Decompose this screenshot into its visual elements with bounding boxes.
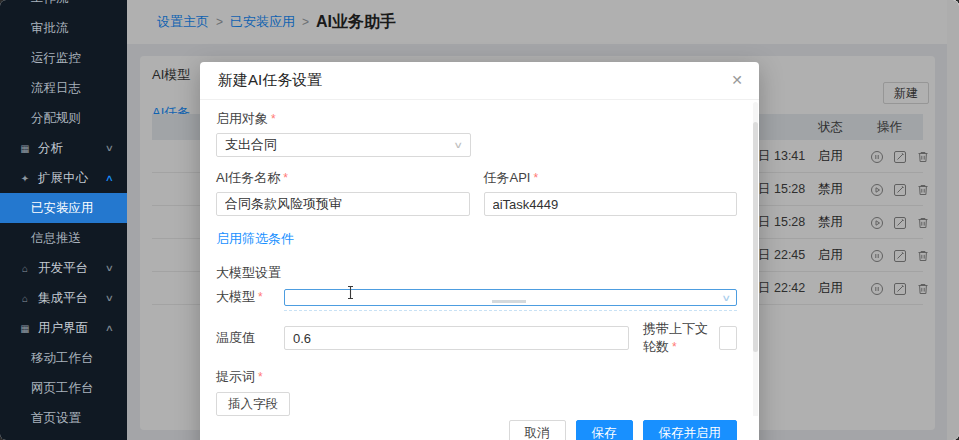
sidebar-section-analysis[interactable]: ▦ 分析 ∨	[0, 133, 127, 163]
enable-target-value: 支出合同	[225, 136, 277, 154]
sidebar-item-run-monitor[interactable]: 运行监控	[0, 43, 127, 73]
temperature-context-row: 温度值 携带上下文轮数	[216, 320, 737, 356]
close-icon[interactable]: ✕	[731, 73, 743, 87]
task-name-label: AI任务名称	[216, 169, 470, 187]
chevron-down-icon: ∨	[722, 293, 732, 303]
sidebar-item-label: 首页设置	[31, 410, 81, 427]
extension-icon: ✦	[19, 173, 31, 184]
task-name-input[interactable]	[216, 192, 470, 216]
temperature-input[interactable]	[284, 326, 629, 350]
sidebar-section-label: 开发平台	[38, 260, 88, 277]
app-window: 工作流 审批流 运行监控 流程日志 分配规则 ▦ 分析 ∨ ✦ 扩展中心 ∧ 已…	[0, 0, 959, 440]
task-name-field-group: AI任务名称	[216, 169, 470, 216]
dev-platform-icon: ⌂	[19, 263, 31, 274]
sidebar-item-assign-rules[interactable]: 分配规则	[0, 103, 127, 133]
model-label: 大模型	[216, 288, 284, 306]
text-cursor-icon	[346, 285, 355, 303]
modal-body: 启用对象 支出合同 ∨ AI任务名称 任务API 启用筛选条件 大模型设置 大模…	[200, 100, 759, 440]
sidebar-section-dev-platform[interactable]: ⌂ 开发平台 ∨	[0, 253, 127, 283]
sidebar-item-label: 网页工作台	[31, 380, 94, 397]
modal-scrollbar[interactable]	[753, 102, 758, 440]
temperature-label: 温度值	[216, 329, 284, 347]
modal-footer: 取消 保存 保存并启用	[200, 416, 759, 440]
integration-platform-icon: ⌂	[19, 293, 31, 304]
chevron-down-icon: ∨	[105, 263, 114, 273]
sidebar-item-web-workbench[interactable]: 网页工作台	[0, 373, 127, 403]
modal-title: 新建AI任务设置	[218, 71, 322, 90]
sidebar-item-workflow[interactable]: 工作流	[0, 0, 127, 13]
sidebar-item-process-log[interactable]: 流程日志	[0, 73, 127, 103]
sidebar-item-label: 运行监控	[31, 50, 81, 67]
prompt-label: 提示词	[216, 368, 737, 386]
sidebar-section-label: 分析	[38, 140, 63, 157]
task-api-input[interactable]	[484, 192, 738, 216]
enable-filter-link[interactable]: 启用筛选条件	[216, 230, 294, 248]
sidebar-section-label: 用户界面	[38, 320, 88, 337]
sidebar-item-label: 已安装应用	[31, 200, 94, 217]
sidebar-item-installed-apps[interactable]: 已安装应用	[0, 193, 127, 223]
context-rounds-label: 携带上下文轮数	[643, 320, 711, 356]
dropdown-animation-artifact	[492, 300, 526, 303]
save-and-enable-button[interactable]: 保存并启用	[643, 420, 738, 440]
sidebar-item-homepage-settings[interactable]: 首页设置	[0, 403, 127, 433]
chevron-up-icon: ∧	[105, 323, 114, 333]
sidebar-menu: 工作流 审批流 运行监控 流程日志 分配规则 ▦ 分析 ∨ ✦ 扩展中心 ∧ 已…	[0, 0, 127, 433]
sidebar-item-label: 审批流	[31, 20, 69, 37]
sidebar-item-label: 流程日志	[31, 80, 81, 97]
model-row: 大模型 ∨	[216, 288, 737, 306]
sidebar-item-message-push[interactable]: 信息推送	[0, 223, 127, 253]
dropdown-edge	[284, 310, 737, 311]
sidebar-item-label: 分配规则	[31, 110, 81, 127]
analysis-icon: ▦	[19, 143, 31, 154]
sidebar-item-label: 信息推送	[31, 230, 81, 247]
sidebar-section-extension-center[interactable]: ✦ 扩展中心 ∧	[0, 163, 127, 193]
save-button[interactable]: 保存	[576, 420, 633, 440]
modal-header: 新建AI任务设置 ✕	[200, 62, 759, 100]
insert-field-button[interactable]: 插入字段	[216, 392, 290, 416]
context-rounds-input[interactable]	[719, 326, 737, 350]
modal-scrollbar-thumb[interactable]	[753, 122, 758, 352]
task-api-field-group: 任务API	[484, 169, 738, 216]
sidebar-item-label: 移动工作台	[31, 350, 94, 367]
cancel-button[interactable]: 取消	[509, 420, 566, 440]
task-api-label: 任务API	[484, 169, 738, 187]
chevron-down-icon: ∨	[454, 140, 464, 150]
chevron-down-icon: ∨	[105, 293, 114, 303]
chevron-down-icon: ∨	[105, 143, 114, 153]
model-settings-section-label: 大模型设置	[216, 264, 737, 282]
sidebar-item-mobile-workbench[interactable]: 移动工作台	[0, 343, 127, 373]
sidebar-item-label: 工作流	[31, 0, 69, 7]
user-interface-icon: ▦	[19, 323, 31, 334]
sidebar-section-user-interface[interactable]: ▦ 用户界面 ∧	[0, 313, 127, 343]
enable-target-label: 启用对象	[216, 110, 737, 128]
chevron-up-icon: ∧	[105, 173, 114, 183]
sidebar-item-approval-flow[interactable]: 审批流	[0, 13, 127, 43]
sidebar-section-label: 扩展中心	[38, 170, 88, 187]
sidebar-section-integration-platform[interactable]: ⌂ 集成平台 ∨	[0, 283, 127, 313]
enable-target-select[interactable]: 支出合同 ∨	[216, 133, 471, 157]
new-ai-task-modal: 新建AI任务设置 ✕ 启用对象 支出合同 ∨ AI任务名称 任务API 启用筛选…	[200, 62, 759, 440]
sidebar-section-label: 集成平台	[38, 290, 88, 307]
sidebar: 工作流 审批流 运行监控 流程日志 分配规则 ▦ 分析 ∨ ✦ 扩展中心 ∧ 已…	[0, 0, 127, 440]
